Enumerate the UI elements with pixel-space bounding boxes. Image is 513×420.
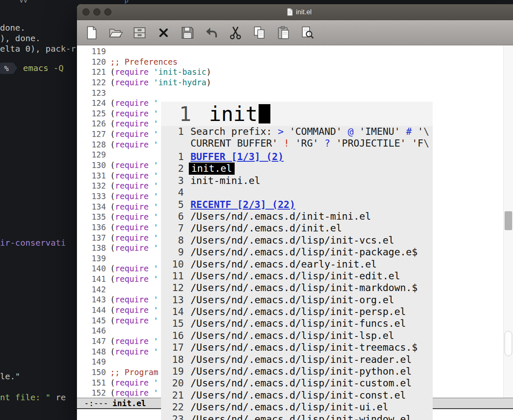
text-segment: 'RG' [295,138,324,149]
text-segment: ' [153,388,158,397]
minibuffer-input-line[interactable]: 1 init [161,102,433,126]
popup-item-16[interactable]: 16/Users/nd/.emacs.d/lisp/init-lsp.el [161,330,433,341]
popup-item-18[interactable]: 18/Users/nd/.emacs.d/lisp/init-reader.el [161,354,433,365]
text-segment: ), done. [0,33,40,43]
text-segment: require [115,171,148,180]
popup-item-8[interactable]: 8/Users/nd/.emacs.d/lisp/init-vcs.el [161,234,433,246]
candidate-text: /Users/nd/.emacs.d/lisp/init-persp.el [190,306,406,318]
code-text: (require ' [110,305,158,315]
code-text: (require ' [110,294,158,305]
popup-item-17[interactable]: 17/Users/nd/.emacs.d/lisp/init-treemacs.… [161,341,433,353]
toolbar-button-save[interactable] [180,25,195,41]
toolbar-button-cut[interactable] [228,25,243,41]
code-line-123[interactable]: 123 [77,88,513,98]
scrollbar-thumb-upper[interactable] [505,211,512,230]
text-segment [149,388,153,397]
toolbar-button-new-file[interactable] [84,25,99,41]
toolbar-button-undo[interactable] [204,25,219,41]
line-number: 124 [77,98,106,108]
toolbar-button-copy[interactable] [252,25,267,41]
popup-item-7[interactable]: 7/Users/nd/.emacs.d/init.el [161,222,433,234]
popup-item-14[interactable]: 14/Users/nd/.emacs.d/lisp/init-persp.el [161,306,433,318]
code-text: (require 'init-basic) [110,67,211,77]
text-segment: ' [153,119,158,128]
line-number: 17 [161,341,184,353]
popup-item-21[interactable]: 21/Users/nd/.emacs.d/lisp/init-const.el [161,389,433,401]
zoom-window-button[interactable] [104,8,111,16]
text-cursor [259,104,270,123]
line-number: 1 [161,151,184,163]
line-number: 150 [77,367,106,378]
text-segment: ( [110,171,115,180]
toolbar-button-paste[interactable] [276,25,291,41]
text-segment [149,243,153,252]
terminal-line: elta 0), pack-r [0,44,76,54]
code-line-119[interactable]: 119 [77,46,513,57]
popup-item-12[interactable]: 12/Users/nd/.emacs.d/lisp/init-markdown.… [161,282,433,294]
text-segment: require [115,223,148,232]
scrollbar-thumb-lower[interactable] [505,331,512,356]
candidate-text: /Users/nd/.emacs.d/lisp/init-org.el [190,294,394,306]
code-text: (require ' [110,336,158,346]
text-segment: ' [153,336,158,346]
popup-item-22[interactable]: 22/Users/nd/.emacs.d/lisp/init-ui.el [161,401,433,413]
code-line-122[interactable]: 122(require 'init-hydra) [77,77,513,88]
popup-item-9[interactable]: 9/Users/nd/.emacs.d/lisp/init-package.e$ [161,246,433,258]
line-number: 120 [77,57,106,67]
text-segment: require [115,305,148,315]
popup-item-13[interactable]: 13/Users/nd/.emacs.d/lisp/init-org.el [161,294,433,306]
text-segment: ( [110,336,115,346]
code-text: (require ' [110,388,158,398]
popup-item-1[interactable]: 1BUFFER [1/3] (2) [161,151,433,163]
code-text: (require ' [110,108,158,119]
line-number: 138 [77,243,106,253]
popup-item-2[interactable]: 2init.el [161,163,433,174]
text-segment: ( [110,388,115,397]
save-floppy-icon [180,26,195,40]
text-segment: ( [110,109,115,118]
popup-item-19[interactable]: 19/Users/nd/.emacs.d/lisp/init-python.el [161,365,433,377]
code-text: (require ' [110,346,158,357]
window-titlebar[interactable]: init.el [77,4,513,20]
scrollbar-track[interactable] [503,45,513,398]
toolbar-button-kill-buffer[interactable] [156,25,171,41]
toolbar-button-open-file[interactable] [108,25,123,41]
code-text: (require 'init-hydra) [110,77,211,88]
input-line-number: 1 [161,102,191,126]
popup-item-6[interactable]: 6/Users/nd/.emacs.d/init-mini.el [161,210,433,222]
new-file-icon [85,26,99,40]
clipboard-paste-icon [276,26,291,40]
popup-item-5[interactable]: 5RECENTF [2/3] (22) [161,199,433,210]
popup-item-20[interactable]: 20/Users/nd/.emacs.d/lisp/init-custom.el [161,377,433,389]
text-segment: ( [110,243,115,252]
code-text: (require ' [110,202,158,212]
code-line-121[interactable]: 121(require 'init-basic) [77,67,513,77]
popup-item-23[interactable]: 23/Users/nd/.emacs.d/lisp/init-window.el [161,413,433,420]
toolbar-button-isearch[interactable] [300,25,315,41]
text-segment [149,223,153,232]
popup-item-10[interactable]: 10/Users/nd/.emacs.d/early-init.el [161,258,433,270]
text-segment: ( [110,295,115,304]
popup-item-4: 4 [161,186,433,198]
popup-item-11[interactable]: 11/Users/nd/.emacs.d/lisp/init-edit.el [161,270,433,282]
text-segment: ( [110,78,115,87]
candidate-text: /Users/nd/.emacs.d/lisp/init-custom.el [190,377,412,389]
text-segment: ' [153,305,158,315]
popup-item-15[interactable]: 15/Users/nd/.emacs.d/lisp/init-funcs.el [161,318,433,329]
text-segment: require [115,160,148,170]
window-title-text: init.el [296,8,312,16]
text-segment: ( [110,98,115,108]
text-segment: @ [348,126,360,137]
toolbar-button-dired[interactable] [132,25,147,41]
document-icon [287,8,293,16]
text-segment: ;; Program [110,368,158,377]
code-line-120[interactable]: 120;; Preferences [77,57,513,67]
minimize-window-button[interactable] [93,8,100,16]
text-segment [149,305,153,315]
text-segment [149,233,153,242]
text-segment: require [115,98,148,108]
text-segment: ( [110,67,115,76]
close-window-button[interactable] [82,8,90,16]
text-segment: ( [110,274,115,284]
popup-item-3[interactable]: 3init-mini.el [161,175,433,186]
